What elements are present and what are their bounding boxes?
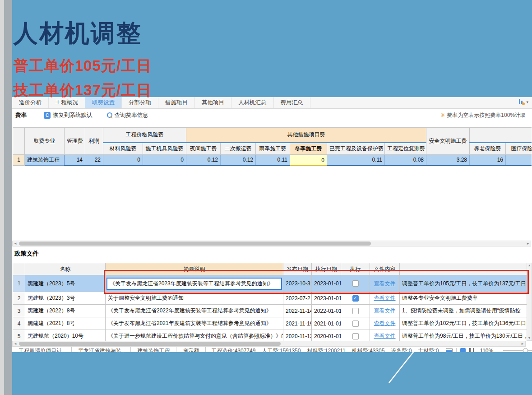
rainy-season-cell[interactable]: 0.11 (256, 155, 290, 166)
hscrollbar-thumb[interactable] (19, 342, 281, 346)
machine-risk-cell[interactable]: 0 (143, 155, 186, 166)
view-file-link[interactable]: 查看文件 (374, 307, 396, 314)
row-number-cell[interactable]: 1 (13, 275, 25, 292)
execute-cell (341, 330, 370, 341)
policy-summary-cell[interactable]: 《关于发布黑龙江省2022年度建筑安装等工程结算参考意见的通知》 (106, 305, 283, 317)
col-header-safety-civilized[interactable]: 安全文明施工费 (426, 128, 470, 155)
execute-cell (341, 305, 370, 317)
col-header-winter-season[interactable]: 冬季施工费 (290, 143, 327, 155)
col-header-material-risk[interactable]: 材料风险费 (103, 143, 143, 155)
col-header-name[interactable]: 名称 (25, 263, 106, 275)
tab-measure-items[interactable]: 措施项目 (158, 97, 195, 108)
col-header-profit[interactable]: 利润 (85, 128, 103, 155)
file-content-cell: 查看文件 (370, 317, 400, 330)
col-header-completed-protection[interactable]: 已完工程及设备保护费 (327, 143, 385, 155)
group-header-price-risk: 工程价格风险费 (103, 128, 186, 143)
row-number-cell[interactable]: 3 (13, 305, 25, 317)
publish-date-cell[interactable]: 2021-11-19 (283, 317, 312, 330)
zoom-slider[interactable] (503, 350, 532, 351)
material-risk-cell[interactable]: 0 (103, 155, 143, 166)
completed-protection-cell[interactable]: 0.11 (327, 155, 385, 166)
scroll-up-icon[interactable]: ▴ (527, 263, 532, 268)
tab-cost-summary[interactable]: 费用汇总 (274, 97, 310, 108)
left-edge-strip (0, 0, 4, 395)
night-work-cell[interactable]: 0.12 (186, 155, 221, 166)
policy-summary-cell[interactable]: 《关于发布黑龙江省2021年度建筑安装等工程结算参考意见的通知》 (106, 317, 283, 330)
screenshot-stage: 人材机调整 普工单价105元/工日 技工单价137元/工日 造价分析 工程概况 … (0, 0, 532, 395)
execute-checkbox[interactable] (352, 321, 359, 327)
policy-row-5[interactable]: 5 黑建规范（2020）10号 《关于进一步规范建设工程价款结算与支付的意见（含… (13, 330, 527, 341)
profit-cell[interactable]: 22 (85, 155, 103, 166)
view-file-link[interactable]: 查看文件 (374, 333, 396, 339)
col-header-medical-insurance[interactable]: 医疗保险费 (506, 143, 532, 155)
col-header-relocation-survey[interactable]: 工程定位复测费 (385, 143, 426, 155)
col-header-management-fee[interactable]: 管理费 (65, 128, 85, 155)
query-fee-info-button[interactable]: 查询费率信息 (107, 112, 148, 119)
policy-remark-cell[interactable]: 调整普工单价为102元/工日，技工单价为136元/工日 (400, 317, 527, 330)
slide-subtitle-common-worker: 普工单价105元/工日 (14, 56, 152, 76)
policy-name-cell[interactable]: 黑建规（2023）3号 (25, 292, 106, 305)
col-header-night-work[interactable]: 夜间施工费 (186, 143, 221, 155)
policy-row-4[interactable]: 4 黑建建（2021）8号 《关于发布黑龙江省2021年度建筑安装等工程结算参考… (13, 317, 527, 330)
row-number-cell[interactable]: 4 (13, 317, 25, 330)
fee-toolbar: 费率 C 恢复到系统默认 查询费率信息 ※费率为空表示按照费率100%计取 (12, 109, 532, 121)
row-number-cell[interactable]: 1 (13, 155, 25, 166)
fee-section-label: 费率 (15, 112, 27, 119)
secondary-handling-cell[interactable]: 0.12 (221, 155, 256, 166)
management-fee-cell[interactable]: 14 (65, 155, 85, 166)
tab-labor-material-summary[interactable]: 人材机汇总 (231, 97, 274, 108)
col-header-secondary-handling[interactable]: 二次搬运费 (221, 143, 256, 155)
publish-date-cell[interactable]: 2022-11-14 (283, 305, 312, 317)
slide-footer-band (12, 352, 532, 395)
medical-insurance-cell[interactable]: 7. (506, 155, 532, 166)
policy-name-cell[interactable]: 黑建建（2021）8号 (25, 317, 106, 330)
chevron-down-icon: ▾ (526, 100, 528, 104)
view-file-link[interactable]: 查看文件 (374, 320, 396, 326)
hint-mark-icon: ※ (440, 112, 445, 118)
policy-name-cell[interactable]: 黑建建（2023）5号 (25, 275, 106, 292)
policy-row-3[interactable]: 3 黑建建（2022）8号 《关于发布黑龙江省2022年度建筑安装等工程结算参考… (13, 305, 527, 317)
corner-header (13, 263, 25, 275)
hscrollbar-thumb[interactable] (19, 242, 371, 246)
fee-table-hscrollbar[interactable]: ◂ ▸ (12, 241, 531, 246)
policy-name-cell[interactable]: 黑建建（2022）8号 (25, 305, 106, 317)
tabbar-tools-button[interactable]: ▾ (519, 99, 528, 105)
execute-cell (341, 317, 370, 330)
view-file-link[interactable]: 查看文件 (374, 295, 396, 301)
col-header-profession[interactable]: 取费专业 (25, 128, 65, 155)
col-header-rainy-season[interactable]: 雨季施工费 (256, 143, 290, 155)
fee-rate-table-container: 取费专业 管理费 利润 工程价格风险费 其他措施项目费 安全文明施工费 材料风险… (13, 127, 532, 168)
group-header-insurance (470, 128, 532, 143)
execute-checkbox[interactable] (352, 295, 359, 302)
row-number-cell[interactable]: 2 (13, 292, 25, 305)
row-number-cell[interactable]: 5 (13, 330, 25, 341)
scroll-right-icon[interactable]: ▸ (525, 241, 531, 246)
tab-other-items[interactable]: 其他项目 (195, 97, 231, 108)
execute-date-cell[interactable]: 2021-01-01 (312, 317, 341, 330)
policy-remark-cell[interactable]: 1、疫情防控费未调整，如需调整请使用“疫情防控 (400, 305, 527, 317)
col-header-machine-risk[interactable]: 施工机具风险费 (143, 143, 186, 155)
scroll-down-icon[interactable]: ▾ (527, 336, 532, 340)
execute-checkbox[interactable] (352, 333, 359, 339)
restore-default-button[interactable]: C 恢复到系统默认 (44, 112, 93, 119)
fee-table-row: 1 建筑装饰工程 14 22 0 0 0.12 0.12 0.11 0 0.11… (13, 155, 532, 166)
left-gray-strip (4, 0, 12, 395)
safety-civilized-cell[interactable]: 3.28 (426, 155, 470, 166)
group-header-other-measures: 其他措施项目费 (186, 128, 426, 143)
execute-date-cell[interactable]: 2020-01-01 (312, 330, 341, 341)
execute-date-cell[interactable]: 2022-01-01 (312, 305, 341, 317)
policy-remark-cell[interactable]: 调整普工单价为98元/工日，技工单价为130元/工日， (400, 330, 527, 341)
relocation-survey-cell[interactable]: 0.08 (385, 155, 426, 166)
execute-checkbox[interactable] (352, 308, 359, 314)
profession-cell[interactable]: 建筑装饰工程 (25, 155, 65, 166)
policy-name-cell[interactable]: 黑建规范（2020）10号 (25, 330, 106, 341)
pension-insurance-cell[interactable]: 16 (470, 155, 506, 166)
policy-summary-cell[interactable]: 《关于进一步规范建设工程价款结算与支付的意见（含结算参照标准）》的通知 (106, 330, 283, 341)
scroll-left-icon[interactable]: ◂ (13, 341, 18, 346)
scroll-left-icon[interactable]: ◂ (13, 241, 18, 246)
publish-date-cell[interactable]: 2020-11-12 (283, 330, 312, 341)
col-header-pension-insurance[interactable]: 养老保险费 (470, 143, 506, 155)
scroll-right-icon[interactable]: ▸ (520, 341, 525, 346)
query-fee-info-label: 查询费率信息 (115, 112, 148, 119)
winter-season-cell-selected[interactable]: 0 (290, 155, 327, 166)
